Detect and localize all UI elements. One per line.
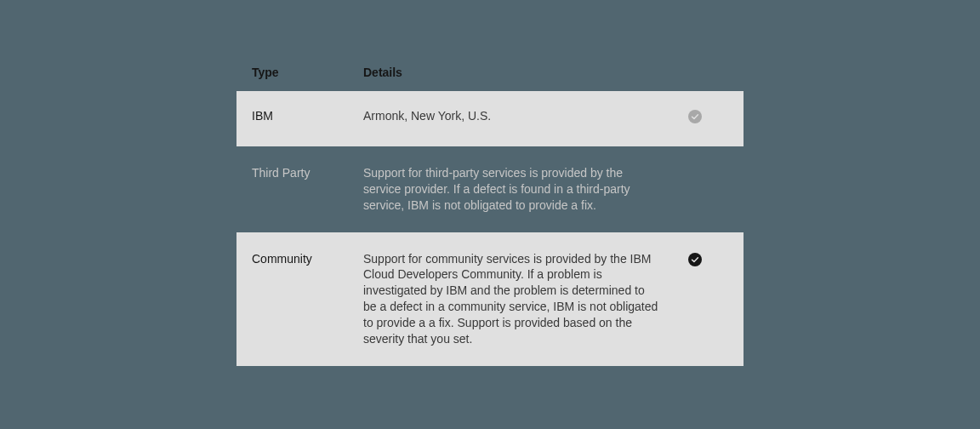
table-row: IBM Armonk, New York, U.S.: [236, 91, 744, 146]
row-type: Third Party: [252, 165, 363, 214]
row-type: IBM: [252, 108, 363, 124]
checkmark-icon: [688, 253, 702, 266]
checkmark-icon: [688, 110, 702, 123]
support-types-table: Type Details IBM Armonk, New York, U.S. …: [236, 66, 744, 366]
row-status: [678, 251, 712, 347]
svg-point-1: [688, 253, 702, 266]
row-details: Armonk, New York, U.S.: [363, 108, 678, 124]
row-type: Community: [252, 251, 363, 347]
column-header-details: Details: [363, 66, 678, 79]
row-status: [678, 108, 712, 124]
row-status: [678, 165, 712, 214]
table-row: Third Party Support for third-party serv…: [236, 146, 744, 232]
row-details: Support for third-party services is prov…: [363, 165, 678, 214]
column-header-icon: [678, 66, 712, 79]
row-details: Support for community services is provid…: [363, 251, 678, 347]
svg-point-0: [688, 110, 702, 123]
column-header-type: Type: [252, 66, 363, 79]
table-header-row: Type Details: [236, 66, 744, 91]
table-row: Community Support for community services…: [236, 232, 744, 366]
